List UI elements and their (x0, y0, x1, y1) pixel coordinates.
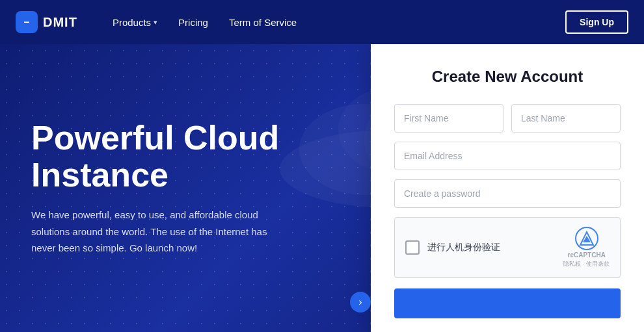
nav-terms[interactable]: Term of Service (220, 12, 306, 33)
create-account-button[interactable] (394, 288, 621, 318)
chevron-down-icon: ▾ (154, 18, 157, 27)
recaptcha-brand-label: reCAPTCHA (568, 251, 606, 259)
recaptcha-widget[interactable]: 进行人机身份验证 reCAPTCHA 隐私权 · 使用条款 (394, 217, 621, 278)
hero-title: Powerful Cloud Instance (31, 120, 333, 194)
password-input[interactable] (394, 179, 621, 208)
email-group (394, 142, 621, 170)
last-name-input[interactable] (511, 104, 621, 133)
form-panel: Create New Account 进行人机身份验证 reCAPTCHA 隐私… (371, 44, 644, 332)
logo-text: DMIT (43, 15, 77, 30)
nav-products[interactable]: Products ▾ (103, 12, 167, 33)
recaptcha-logo-icon (575, 227, 598, 250)
logo[interactable]: – DMIT (16, 11, 77, 33)
first-name-input[interactable] (394, 104, 503, 133)
recaptcha-links[interactable]: 隐私权 · 使用条款 (563, 260, 610, 268)
recaptcha-label: 进行人机身份验证 (427, 242, 500, 253)
recaptcha-right: reCAPTCHA 隐私权 · 使用条款 (563, 227, 610, 268)
name-row (394, 104, 621, 133)
chevron-right-icon: › (358, 296, 362, 308)
form-title: Create New Account (394, 68, 621, 86)
navbar: – DMIT Products ▾ Pricing Term of Servic… (0, 0, 644, 44)
signup-button[interactable]: Sign Up (565, 10, 628, 34)
nav-pricing[interactable]: Pricing (169, 12, 217, 33)
panel-arrow-button[interactable]: › (350, 292, 371, 313)
hero-subtitle: We have powerful, easy to use, and affor… (31, 207, 291, 257)
password-group (394, 179, 621, 208)
nav-links: Products ▾ Pricing Term of Service (103, 12, 565, 33)
logo-icon: – (16, 11, 38, 33)
recaptcha-checkbox[interactable] (405, 240, 420, 255)
hero-content: Powerful Cloud Instance We have powerful… (0, 44, 364, 332)
recaptcha-left: 进行人机身份验证 (405, 240, 500, 255)
email-input[interactable] (394, 142, 621, 170)
